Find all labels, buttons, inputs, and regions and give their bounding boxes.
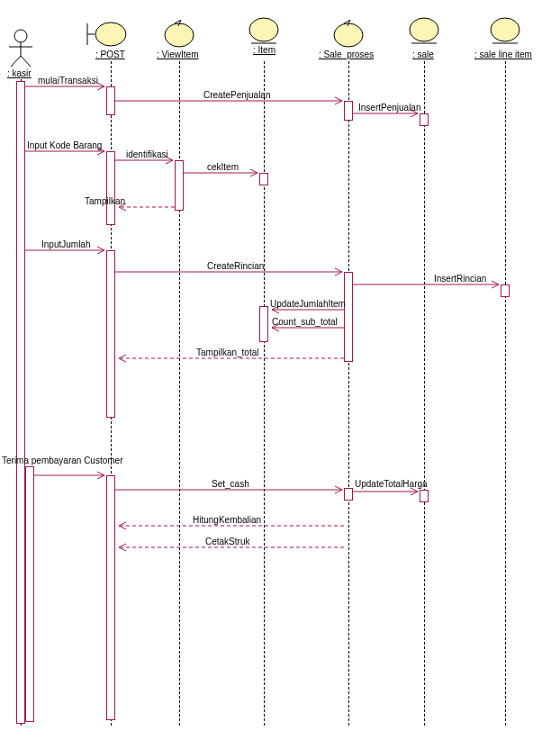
msg-mulaiTransaksi-label: mulaiTransaksi xyxy=(38,76,98,86)
object-viewitem-label: : ViewItem xyxy=(157,50,199,59)
msg-countSubTotal-label: Count_sub_total xyxy=(272,317,338,327)
object-viewitem xyxy=(161,20,197,49)
svg-line-3 xyxy=(11,56,21,67)
svg-point-12 xyxy=(410,18,438,41)
object-sale xyxy=(406,16,442,49)
lifeline-sale xyxy=(424,61,425,726)
actor-kasir-label: : kasir xyxy=(7,68,32,78)
msg-updateJumlahItem-label: UpdateJumlahItem xyxy=(270,299,346,309)
object-saleproses xyxy=(330,20,366,49)
activation-item-2 xyxy=(259,306,268,342)
lifeline-saleproses xyxy=(348,61,349,726)
object-post xyxy=(86,20,129,49)
object-salelineitem xyxy=(487,16,523,49)
msg-terimaPembayaran xyxy=(34,471,108,480)
svg-point-11 xyxy=(334,23,363,47)
activation-kasir xyxy=(16,81,25,724)
msg-cetakStruk-label: CetakStruk xyxy=(205,537,249,546)
svg-point-9 xyxy=(249,18,278,41)
activation-post-4 xyxy=(106,475,115,720)
object-saleproses-label: : Sale_proses xyxy=(319,50,374,59)
msg-insertPenjualan-label: InsertPenjualan xyxy=(358,103,421,113)
msg-updateTotalHarga-label: UpdateTotalHarga xyxy=(355,479,428,489)
msg-tampilkanTotal-label: Tampilkan_total xyxy=(196,347,258,357)
msg-inputJumlah-label: InputJumlah xyxy=(41,239,90,249)
object-salelineitem-label: : sale line item xyxy=(474,50,532,59)
actor-kasir xyxy=(5,29,36,68)
msg-createPenjualan-label: CreatePenjualan xyxy=(203,90,271,100)
svg-line-4 xyxy=(21,56,31,67)
svg-point-0 xyxy=(14,30,27,42)
object-item xyxy=(246,16,282,49)
activation-saleproses-2 xyxy=(344,272,353,362)
msg-setCash-label: Set_cash xyxy=(212,479,249,489)
svg-point-7 xyxy=(95,23,126,46)
svg-point-14 xyxy=(491,18,519,41)
msg-cekItem-label: cekItem xyxy=(207,162,239,172)
msg-inputKodeBarang-label: Input Kode Barang xyxy=(27,140,102,150)
activation-post-2 xyxy=(106,151,115,225)
lifeline-salelineitem xyxy=(505,61,506,726)
object-post-label: : POST xyxy=(95,50,125,59)
msg-terimaPembayaran-label: Terima pembayaran Customer xyxy=(2,456,123,465)
lifeline-item xyxy=(264,61,265,726)
msg-tampilkan-label: Tampilkan xyxy=(85,196,125,206)
msg-identifikasi-label: identifikasi xyxy=(126,149,168,159)
svg-point-8 xyxy=(165,23,194,47)
msg-insertRincian-label: InsertRincian xyxy=(434,274,486,284)
activation-post-3 xyxy=(106,250,115,418)
object-item-label: : Item xyxy=(253,45,275,55)
msg-hitungKembalian-label: HitungKembalian xyxy=(193,515,261,525)
sequence-diagram: : kasir : POST : ViewItem : Item : Sale_… xyxy=(0,0,560,740)
object-sale-label: : sale xyxy=(412,50,434,59)
activation-kasir-4 xyxy=(25,466,34,722)
msg-createRincian-label: CreateRincian xyxy=(207,261,264,271)
